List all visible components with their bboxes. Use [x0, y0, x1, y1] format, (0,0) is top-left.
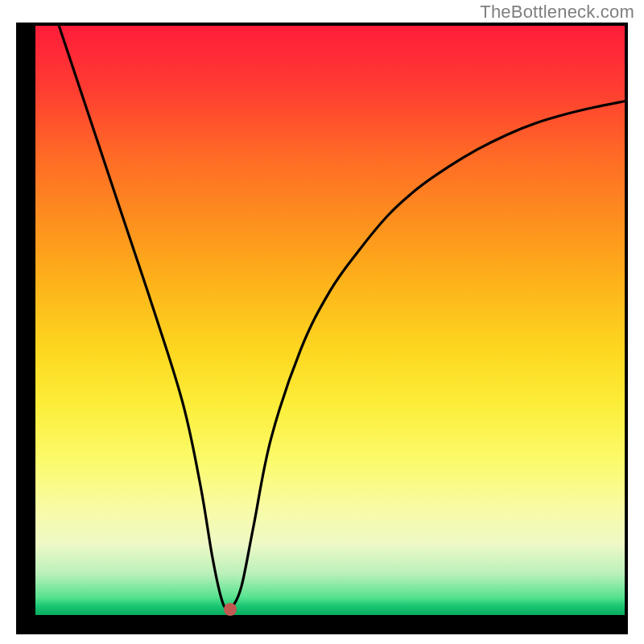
chart-container: TheBottleneck.com	[0, 0, 644, 644]
chart-frame	[16, 23, 628, 634]
minimum-marker-icon	[224, 603, 237, 616]
plot-area	[35, 26, 625, 615]
curve-svg	[35, 26, 625, 615]
bottleneck-curve-path	[59, 26, 625, 610]
watermark-text: TheBottleneck.com	[480, 2, 634, 23]
